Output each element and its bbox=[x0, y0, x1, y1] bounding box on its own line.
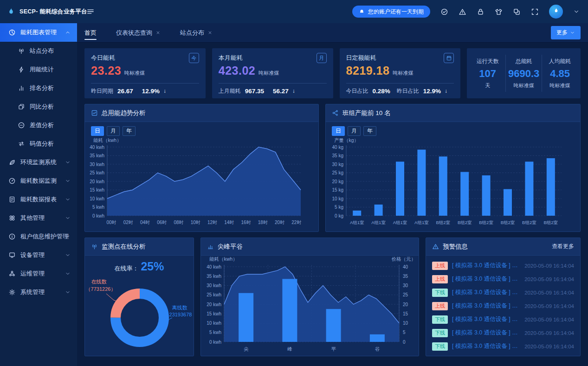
pie-icon bbox=[8, 29, 16, 36]
sidebar-item-环境监测系统[interactable]: 环境监测系统 bbox=[0, 153, 77, 172]
chevron-down-icon bbox=[65, 215, 71, 221]
sidebar-item-差值分析[interactable]: 差值分析 bbox=[0, 116, 77, 135]
account-expiry-notice[interactable]: 您的账户还有一天到期 bbox=[352, 6, 430, 18]
app-logo: SECP- 能耗综合业务平台 bbox=[0, 0, 77, 23]
svg-text:08时: 08时 bbox=[174, 220, 183, 225]
user-menu-chevron-down-icon[interactable] bbox=[573, 8, 580, 15]
tab-label: 仪表状态查询 bbox=[116, 29, 152, 37]
sidebar-item-租户信息维护管理[interactable]: 租户信息维护管理 bbox=[0, 227, 77, 246]
alert-row[interactable]: 下线[ 模拟器 3.0 通信设备 ] 模拟器 3.0...2020-05-09 … bbox=[432, 340, 574, 353]
alert-row[interactable]: 下线[ 模拟器 3.0 通信设备 ] 模拟器 3.0...2020-05-09 … bbox=[432, 286, 574, 299]
tab-仪表状态查询[interactable]: 仪表状态查询 bbox=[116, 23, 161, 43]
svg-text:能耗（kwh）: 能耗（kwh） bbox=[209, 256, 238, 262]
panel-body: 日月年 0 kg5 kg10 kg15 kg20 kg25 kg30 kg35 … bbox=[326, 122, 580, 231]
sidebar-item-同比分析[interactable]: 同比分析 bbox=[0, 97, 77, 116]
doc-icon bbox=[8, 196, 16, 203]
sidebar-item-码值分析[interactable]: 码值分析 bbox=[0, 135, 77, 153]
stat-footer: 今日占比0.28%昨日占比12.9%↓ bbox=[346, 83, 454, 98]
sidebar-item-系统管理[interactable]: 系统管理 bbox=[0, 283, 77, 302]
svg-text:20: 20 bbox=[403, 302, 408, 307]
alert-row[interactable]: 下线[ 模拟器 3.0 通信设备 ] 模拟器 3.0...2020-05-09 … bbox=[432, 313, 574, 326]
sidebar-item-站点分布[interactable]: 站点分布 bbox=[0, 42, 77, 60]
alert-row[interactable]: 上线[ 模拟器 3.0 通信设备 ] 模拟器 3.0...2020-05-09 … bbox=[432, 259, 574, 272]
svg-text:20 kwh: 20 kwh bbox=[207, 302, 221, 307]
status-badge: 上线 bbox=[432, 275, 448, 283]
sidebar-item-label: 环境监测系统 bbox=[20, 158, 57, 167]
tab-close-icon[interactable] bbox=[155, 30, 161, 35]
svg-text:15 kg: 15 kg bbox=[332, 187, 343, 193]
sidebar-item-能耗图表管理[interactable]: 能耗图表管理 bbox=[0, 23, 77, 42]
online-rate-label: 在线率： bbox=[114, 265, 138, 272]
warning-triangle-icon[interactable] bbox=[459, 8, 466, 16]
summary-value: 9690.3 bbox=[508, 68, 539, 80]
tab-close-icon[interactable] bbox=[207, 30, 213, 35]
period-toggle-日[interactable]: 日 bbox=[91, 126, 104, 136]
tab-首页[interactable]: 首页 bbox=[84, 23, 97, 43]
period-toggle-月[interactable]: 月 bbox=[348, 126, 361, 136]
svg-text:5 kwh: 5 kwh bbox=[209, 330, 221, 335]
svg-text:10时: 10时 bbox=[191, 220, 200, 225]
sidebar-item-label: 能耗图表管理 bbox=[20, 28, 57, 37]
chevron-down-icon bbox=[65, 252, 71, 258]
sidebar-item-设备管理[interactable]: 设备管理 bbox=[0, 246, 77, 264]
panel-title: 监测点在线分析 bbox=[102, 243, 146, 251]
alert-row[interactable]: 上线[ 模拟器 3.0 通信设备 ] 模拟器 3.0...2020-05-09 … bbox=[432, 299, 574, 313]
view-more-link[interactable]: 查看更多 bbox=[552, 243, 574, 250]
avatar[interactable] bbox=[549, 5, 563, 19]
info-icon bbox=[8, 233, 16, 240]
stat-unit: 吨标准煤 bbox=[393, 70, 413, 77]
period-toggle-月[interactable]: 月 bbox=[107, 126, 120, 136]
period-toggle-日[interactable]: 日 bbox=[332, 126, 345, 136]
trend-period-toggles: 日月年 bbox=[85, 122, 318, 137]
sidebar-item-其他管理[interactable]: 其他管理 bbox=[0, 209, 77, 227]
svg-text:22时: 22时 bbox=[291, 220, 301, 225]
header-actions: 您的账户还有一天到期 bbox=[352, 5, 588, 19]
alert-row[interactable]: 上线[ 模拟器 3.0 通信设备 ] 模拟器 3.0...2020-05-09 … bbox=[432, 272, 574, 286]
theme-shirt-icon[interactable] bbox=[495, 8, 503, 16]
svg-text:35 kg: 35 kg bbox=[332, 153, 343, 158]
gear-icon bbox=[8, 289, 16, 296]
panel-body: 0 kwh05 kwh510 kwh1015 kwh1520 kwh2025 k… bbox=[201, 256, 419, 356]
layers-icon[interactable] bbox=[513, 8, 521, 16]
svg-text:B组2室: B组2室 bbox=[543, 220, 558, 225]
period-toggle-年[interactable]: 年 bbox=[363, 126, 376, 136]
stat-unit: 吨标准煤 bbox=[124, 70, 145, 77]
copy-icon bbox=[18, 103, 25, 110]
sidebar-item-label: 站点分布 bbox=[30, 47, 54, 55]
minus-circle-icon bbox=[18, 122, 25, 129]
menu-collapse-icon[interactable] bbox=[86, 7, 95, 16]
period-toggle-年[interactable]: 年 bbox=[123, 126, 136, 136]
chevron-down-icon bbox=[65, 289, 71, 295]
alert-row[interactable]: 下线[ 模拟器 3.0 通信设备 ] 模拟器 3.0...2020-05-09 … bbox=[432, 326, 574, 340]
svg-text:5: 5 bbox=[403, 330, 406, 335]
sidebar-item-排名分析[interactable]: 排名分析 bbox=[0, 79, 77, 97]
svg-text:产量（kg）: 产量（kg） bbox=[334, 137, 359, 143]
svg-text:B组2室: B组2室 bbox=[479, 220, 493, 225]
alert-timestamp: 2020-05-09 16:14:04 bbox=[524, 290, 574, 295]
more-tabs-button[interactable]: 更多 bbox=[551, 26, 581, 39]
alert-timestamp: 2020-05-09 16:14:04 bbox=[524, 303, 574, 309]
down-arrow-icon: ↓ bbox=[163, 88, 166, 94]
alert-timestamp: 2020-05-09 16:14:04 bbox=[524, 317, 574, 322]
calendar-chip-icon bbox=[444, 53, 454, 63]
line-chart-icon bbox=[91, 109, 98, 116]
sidebar-item-label: 同比分析 bbox=[30, 103, 54, 111]
fullscreen-icon[interactable] bbox=[531, 8, 539, 16]
alert-message: [ 模拟器 3.0 通信设备 ] 模拟器 3.0... bbox=[452, 315, 520, 323]
sidebar-item-label: 其他管理 bbox=[20, 214, 45, 222]
sidebar-item-用能统计[interactable]: 用能统计 bbox=[0, 60, 77, 79]
sidebar-item-能耗数据监测[interactable]: 能耗数据监测 bbox=[0, 172, 77, 190]
stat-footer-value: 12.9% bbox=[142, 88, 160, 95]
tab-站点分布[interactable]: 站点分布 bbox=[180, 23, 213, 43]
main-area: 首页仪表状态查询站点分布 更多 今日能耗今23.23吨标准煤昨日同期26.671… bbox=[77, 23, 588, 366]
svg-text:5 kg: 5 kg bbox=[335, 205, 343, 210]
svg-text:20时: 20时 bbox=[275, 220, 284, 225]
check-circle-icon[interactable] bbox=[440, 8, 448, 16]
sidebar-item-能耗数据报表[interactable]: 能耗数据报表 bbox=[0, 190, 77, 209]
sidebar-item-运维管理[interactable]: 运维管理 bbox=[0, 264, 77, 283]
panel-team-rank: 班组产能前 10 名 日月年 0 kg5 kg10 kg15 kg20 kg25… bbox=[325, 104, 581, 232]
alert-timestamp: 2020-05-09 16:14:04 bbox=[524, 344, 574, 349]
svg-text:10 kwh: 10 kwh bbox=[207, 321, 221, 326]
gauge-icon bbox=[8, 177, 16, 185]
lock-icon[interactable] bbox=[477, 8, 485, 16]
